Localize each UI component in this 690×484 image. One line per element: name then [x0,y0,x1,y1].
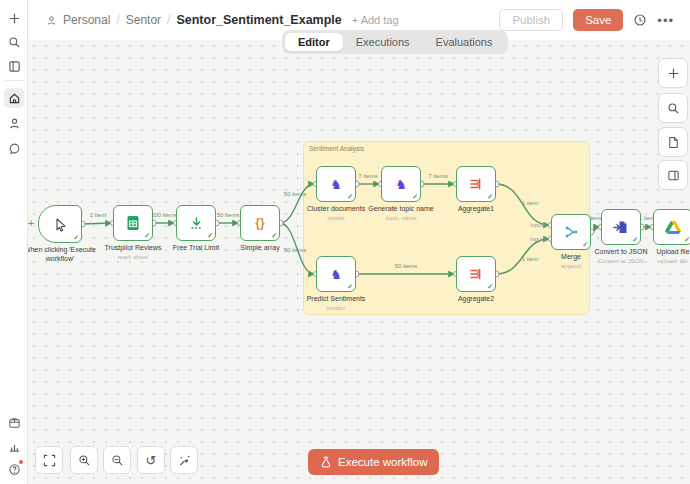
add-trigger-plus-icon[interactable]: + [28,217,34,229]
tidy-wand-icon [178,454,191,467]
success-check-icon: ✓ [73,234,79,242]
google-drive-icon [665,220,681,234]
zoom-in-button[interactable] [70,446,98,474]
merge-input-label: Input 1 [530,222,547,228]
help-icon[interactable] [4,459,24,479]
success-check-icon: ✓ [144,232,150,240]
left-sidebar [0,0,28,484]
node-predict-sentiments[interactable]: ♞ ✓ Predict Sentimentspredict [316,256,356,292]
zoom-to-fit-button[interactable] [35,446,63,474]
breadcrumb-workspace[interactable]: Personal [63,13,110,27]
n8n-workflow-editor: Personal / Sentor / Sentor_Sentiment_Exa… [0,0,690,484]
insights-chart-icon[interactable] [4,436,24,456]
search-icon[interactable] [4,32,24,52]
execute-workflow-button[interactable]: Execute workflow [308,449,439,475]
layout-icon [667,169,680,182]
plus-icon [667,67,680,80]
save-button[interactable]: Save [573,9,623,31]
node-aggregate2[interactable]: ✓ Aggregate2 [456,256,496,292]
flask-icon [320,456,332,469]
breadcrumb-folder[interactable]: Sentor [126,13,161,27]
user-icon[interactable] [4,113,24,133]
home-icon[interactable] [4,88,24,108]
sticky-note-icon [667,136,680,149]
add-workflow-icon[interactable] [4,8,24,28]
tab-evaluations[interactable]: Evaluations [423,33,506,51]
success-check-icon: ✓ [684,236,690,244]
view-tabs: Editor Executions Evaluations [282,30,508,54]
node-simple-array[interactable]: {} ✓ Simple array [240,205,280,241]
edge-label: 50 items [284,191,307,197]
aggregate-icon [469,177,483,191]
topbar-actions: Publish Save ••• [499,9,674,31]
limit-icon [189,216,204,231]
node-merge[interactable]: ✓ Mergeappend [551,214,591,250]
edge-label: 50 items [217,212,240,218]
library-panel-icon[interactable] [4,56,24,76]
google-sheets-icon [126,215,140,231]
success-check-icon: ✓ [632,236,638,244]
node-upload-file[interactable]: ✓ Upload fileupload: file [653,209,690,245]
tab-executions[interactable]: Executions [343,33,423,51]
merge-icon [564,224,579,240]
fit-view-icon [43,454,56,467]
workflow-canvas[interactable]: Sentiment Analysis [28,40,690,484]
sidebar-divider [5,80,23,81]
add-node-button[interactable] [658,58,688,88]
horse-icon: ♞ [330,268,342,281]
zoom-out-icon [111,454,124,467]
publish-button[interactable]: Publish [499,9,563,31]
file-convert-icon [613,220,629,235]
breadcrumb: Personal / Sentor / Sentor_Sentiment_Exa… [46,13,399,27]
tidy-up-button[interactable] [170,446,198,474]
node-aggregate1[interactable]: ✓ Aggregate1 [456,166,496,202]
edge-label: 1 item [522,200,538,206]
success-check-icon: ✓ [207,232,213,240]
search-icon [667,102,680,115]
notification-dot [19,460,23,464]
history-clock-icon[interactable] [633,13,647,27]
workspace-person-icon [46,15,57,26]
zoom-in-icon [78,454,91,467]
zoom-out-button[interactable] [103,446,131,474]
horse-icon: ♞ [330,178,342,191]
cursor-icon [53,217,68,232]
success-check-icon: ✓ [271,232,277,240]
execute-workflow-label: Execute workflow [338,456,427,468]
code-braces-icon: {} [255,216,264,230]
add-sticky-note-button[interactable] [658,127,688,157]
edge-label: 7 items [358,173,377,179]
success-check-icon: ✓ [347,193,353,201]
canvas-search-button[interactable] [658,93,688,123]
node-convert-to-json[interactable]: ✓ Convert to JSONConvert to JSON [601,209,641,245]
edge-label: 7 items [428,173,447,179]
node-cluster-documents[interactable]: ♞ ✓ Cluster documentscluster [316,166,356,202]
tab-editor[interactable]: Editor [285,33,343,51]
undo-icon: ↺ [146,453,157,468]
success-check-icon: ✓ [487,193,493,201]
success-check-icon: ✓ [487,283,493,291]
edge-label: 100 items [151,212,177,218]
node-generate-topic-name[interactable]: ♞ ✓ Generate topic nametopic: name [381,166,421,202]
edge-label: 1 item [90,212,106,218]
layout-panel-button[interactable] [658,160,688,190]
chat-icon[interactable] [4,138,24,158]
more-options-icon[interactable]: ••• [657,13,674,28]
workflow-title[interactable]: Sentor_Sentiment_Example [176,13,341,27]
success-check-icon: ✓ [347,283,353,291]
add-tag-button[interactable]: + Add tag [352,14,399,26]
success-check-icon: ✓ [412,193,418,201]
node-when-clicking-execute-workflow[interactable]: ✓ When clicking 'Execute workflow' [38,205,82,243]
aggregate-icon [469,267,483,281]
horse-icon: ♞ [395,178,407,191]
merge-input-label: Input 2 [530,236,547,242]
breadcrumb-separator: / [116,13,119,27]
breadcrumb-separator: / [167,13,170,27]
templates-package-icon[interactable] [4,412,24,432]
node-trustpilot-reviews[interactable]: ✓ Trustpilot Reviewsread: sheet [113,205,153,241]
edge-label: 50 items [395,263,418,269]
undo-button[interactable]: ↺ [137,446,165,474]
node-free-trial-limit[interactable]: ✓ Free Trial Limit [176,205,216,241]
